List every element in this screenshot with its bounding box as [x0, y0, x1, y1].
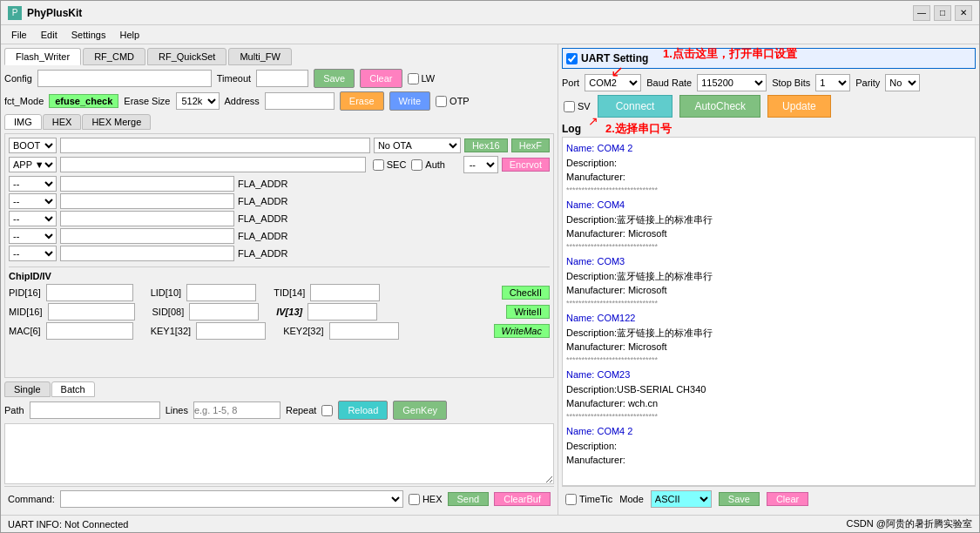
auth-checkbox[interactable] — [411, 159, 422, 171]
tab-rf-cmd[interactable]: RF_CMD — [83, 48, 145, 65]
dash-select[interactable]: -- — [463, 156, 498, 173]
fla-select-2[interactable]: -- — [9, 193, 57, 209]
boot-input[interactable] — [60, 138, 370, 153]
chipid-section: ChipID/IV PID[16] LID[10] TID[14] — [9, 266, 550, 340]
iv-input[interactable] — [308, 303, 377, 320]
lid-label: LID[10] — [151, 287, 181, 298]
parity-select[interactable]: No — [885, 74, 920, 91]
pid-input[interactable] — [46, 284, 133, 301]
menu-file[interactable]: File — [4, 28, 34, 42]
batch-tabs: Single Batch — [4, 381, 554, 397]
mac-label: MAC[6] — [9, 326, 41, 336]
batch-tab-single[interactable]: Single — [4, 381, 51, 397]
fla-input-5[interactable] — [60, 246, 234, 261]
batch-tab-batch[interactable]: Batch — [51, 381, 95, 397]
lines-input[interactable] — [193, 401, 280, 419]
fla-input-3[interactable] — [60, 211, 234, 226]
writemac-btn[interactable]: WriteMac — [494, 324, 550, 338]
sv-checkbox[interactable] — [564, 101, 575, 112]
mac-input[interactable] — [46, 322, 133, 340]
log-entry-4: Name: COM23 Description:USB-SERIAL CH340… — [566, 368, 971, 422]
config-input[interactable] — [37, 70, 212, 87]
erase-size-select[interactable]: 512k — [176, 92, 220, 110]
fla-select-3[interactable]: -- — [9, 211, 57, 226]
otp-checkbox[interactable] — [436, 96, 447, 107]
port-select[interactable]: COM2 — [585, 74, 641, 91]
clear-log-btn[interactable]: Clear — [767, 492, 808, 506]
fla-row-2: -- FLA_ADDR — [9, 193, 550, 209]
fla-select-4[interactable]: -- — [9, 228, 57, 244]
stopbits-label: Stop Bits — [772, 78, 810, 88]
write-button[interactable]: Write — [389, 91, 430, 111]
command-input[interactable] — [60, 490, 403, 508]
timeout-label: Timeout — [217, 73, 251, 84]
mid-label: MID[16] — [9, 307, 43, 317]
maximize-btn[interactable]: □ — [934, 5, 951, 21]
genkey-btn[interactable]: GenKey — [393, 401, 447, 420]
menu-help[interactable]: Help — [112, 28, 146, 42]
subtab-hex[interactable]: HEX — [43, 114, 82, 130]
app-window: P PhyPlusKit — □ ✕ File Edit Settings He… — [0, 0, 980, 533]
log-area[interactable]: Name: COM4 2 Description: Manufacturer: … — [562, 137, 976, 486]
checkid-btn[interactable]: CheckII — [502, 286, 550, 300]
app-input[interactable] — [60, 157, 366, 172]
log-entry-5: Name: COM4 2 Description: Manufacturer: — [566, 424, 971, 468]
tab-multi-fw[interactable]: Multi_FW — [228, 48, 291, 65]
fla-select-5[interactable]: -- — [9, 246, 57, 261]
fla-select-1[interactable]: -- — [9, 176, 57, 192]
app-select[interactable]: APP ▼ — [9, 157, 57, 172]
menu-edit[interactable]: Edit — [34, 28, 64, 42]
baud-select[interactable]: 115200 — [697, 74, 767, 91]
address-input[interactable] — [265, 92, 335, 110]
clearbuf-btn[interactable]: ClearBuf — [494, 492, 551, 506]
sec-checkbox[interactable] — [373, 159, 384, 171]
fla-input-1[interactable] — [60, 176, 234, 192]
lw-checkbox[interactable] — [408, 73, 419, 84]
auth-wrap: Auth — [411, 159, 445, 171]
save-log-btn[interactable]: Save — [719, 492, 760, 506]
subtab-img[interactable]: IMG — [4, 114, 42, 130]
key1-input[interactable] — [196, 322, 266, 340]
hex-checkbox[interactable] — [409, 494, 420, 505]
no-ota-select[interactable]: No OTA — [374, 138, 461, 153]
erase-button[interactable]: Erase — [340, 91, 384, 111]
img-row-app: APP ▼ SEC Auth -- Encr — [9, 156, 550, 173]
save-button[interactable]: Save — [314, 69, 355, 88]
tid-input[interactable] — [310, 284, 380, 301]
chipid-label: ChipID/IV — [9, 271, 550, 281]
mid-input[interactable] — [48, 303, 135, 320]
reload-btn[interactable]: Reload — [338, 401, 388, 420]
tab-rf-quickset[interactable]: RF_QuickSet — [147, 48, 226, 65]
update-btn[interactable]: Update — [767, 95, 831, 118]
clear-button[interactable]: Clear — [360, 69, 402, 88]
uart-enable-checkbox[interactable] — [566, 53, 578, 64]
writeid-btn[interactable]: WriteII — [506, 305, 550, 319]
sid-input[interactable] — [189, 303, 259, 320]
encrvot-btn[interactable]: Encrvot — [502, 158, 550, 172]
repeat-checkbox[interactable] — [321, 405, 333, 416]
path-input[interactable] — [30, 401, 160, 419]
fla-input-2[interactable] — [60, 193, 234, 209]
menu-settings[interactable]: Settings — [64, 28, 113, 42]
batch-textarea[interactable] — [4, 423, 554, 484]
timetic-checkbox[interactable] — [565, 494, 577, 505]
connect-btn[interactable]: Connect — [598, 95, 673, 118]
autocheck-btn[interactable]: AutoCheck — [679, 95, 760, 118]
stopbits-select[interactable]: 1 — [815, 74, 850, 91]
hexf-btn[interactable]: HexF — [511, 138, 550, 152]
timeout-input[interactable]: 4000 — [256, 70, 308, 87]
tab-flash-writer[interactable]: Flash_Writer — [4, 48, 81, 65]
minimize-btn[interactable]: — — [913, 5, 930, 21]
hex16-btn[interactable]: Hex16 — [464, 138, 508, 152]
boot-select[interactable]: BOOT ▼ — [9, 138, 57, 153]
subtab-hex-merge[interactable]: HEX Merge — [82, 114, 151, 130]
key2-input[interactable] — [329, 322, 399, 340]
lines-label: Lines — [166, 405, 188, 415]
fla-label-2: FLA_ADDR — [238, 196, 286, 206]
send-btn[interactable]: Send — [448, 492, 490, 506]
close-btn[interactable]: ✕ — [955, 5, 972, 21]
lid-input[interactable] — [186, 284, 256, 301]
mode-select[interactable]: ASCII — [651, 490, 712, 508]
fct-row: fct_Mode efuse_check Erase Size 512k Add… — [4, 91, 554, 111]
fla-input-4[interactable] — [60, 228, 234, 244]
